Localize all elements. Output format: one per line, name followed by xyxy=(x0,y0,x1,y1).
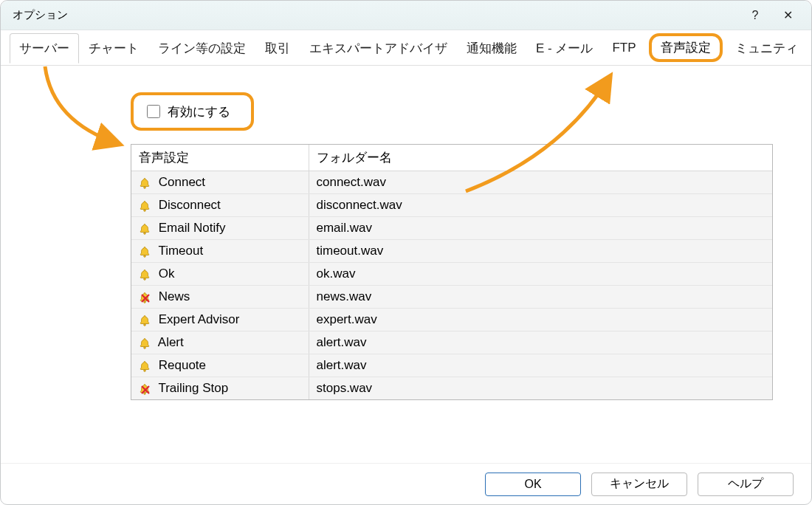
svg-point-2 xyxy=(144,232,146,234)
bell-icon xyxy=(139,360,151,372)
sound-event-name: Ok xyxy=(159,267,175,281)
table-row[interactable]: Trailing Stop stops.wav xyxy=(131,377,772,400)
close-icon: ✕ xyxy=(783,8,793,22)
bell-icon xyxy=(139,292,151,303)
tab-email[interactable]: E - メール xyxy=(526,33,602,63)
svg-point-3 xyxy=(144,255,146,257)
help-footer-button[interactable]: ヘルプ xyxy=(698,473,794,496)
tab-server[interactable]: サーバー xyxy=(10,33,79,63)
sound-event-name: Trailing Stop xyxy=(158,381,228,395)
ok-button[interactable]: OK xyxy=(485,473,581,496)
bell-icon xyxy=(139,315,151,326)
sound-file-name: connect.wav xyxy=(309,171,772,194)
col-header-folder[interactable]: フォルダー名 xyxy=(309,145,772,171)
sound-event-name: Email Notify xyxy=(159,221,226,235)
col-header-event[interactable]: 音声設定 xyxy=(131,145,309,171)
content-area: 有効にする 音声設定 フォルダー名 Connect connect.wav xyxy=(1,66,811,463)
enable-sounds-checkbox[interactable] xyxy=(147,105,160,118)
bell-icon xyxy=(139,337,151,349)
svg-point-5 xyxy=(144,300,146,303)
sound-file-name: expert.wav xyxy=(309,309,772,331)
sound-file-name: alert.wav xyxy=(309,354,772,377)
svg-point-4 xyxy=(144,278,146,280)
svg-point-6 xyxy=(144,323,146,326)
tab-lines[interactable]: ライン等の設定 xyxy=(148,33,255,63)
close-button[interactable]: ✕ xyxy=(771,4,804,27)
table-row[interactable]: Expert Advisor expert.wav xyxy=(131,309,772,331)
tab-ftp[interactable]: FTP xyxy=(602,34,645,61)
table-row[interactable]: Alert alert.wav xyxy=(131,331,772,354)
table-row[interactable]: News news.wav xyxy=(131,286,772,309)
bell-icon xyxy=(139,200,151,212)
sound-file-name: ok.wav xyxy=(309,263,772,286)
sound-file-name: email.wav xyxy=(309,217,772,240)
tab-notifications[interactable]: 通知機能 xyxy=(457,33,526,63)
table-row[interactable]: Disconnect disconnect.wav xyxy=(131,194,772,217)
tab-bar: サーバー チャート ライン等の設定 取引 エキスパートアドバイザ 通知機能 E … xyxy=(1,30,811,66)
svg-point-1 xyxy=(144,209,146,211)
sound-event-name: News xyxy=(159,289,190,303)
sound-file-name: news.wav xyxy=(309,286,772,309)
sound-event-name: Alert xyxy=(158,335,184,349)
sounds-table: 音声設定 フォルダー名 Connect connect.wav Disconne… xyxy=(131,144,773,400)
table-row[interactable]: Ok ok.wav xyxy=(131,263,772,286)
bell-icon xyxy=(139,246,151,258)
svg-point-8 xyxy=(144,369,146,371)
svg-point-0 xyxy=(144,186,146,188)
sound-event-name: Timeout xyxy=(158,244,203,258)
options-dialog: オプション ? ✕ サーバー チャート ライン等の設定 取引 エキスパートアドバ… xyxy=(0,0,812,505)
table-header-row: 音声設定 フォルダー名 xyxy=(131,145,772,171)
sound-file-name: disconnect.wav xyxy=(309,194,772,217)
svg-point-9 xyxy=(144,392,146,394)
tab-trade[interactable]: 取引 xyxy=(255,33,300,63)
help-icon: ? xyxy=(752,9,759,22)
table-row[interactable]: Requote alert.wav xyxy=(131,354,772,377)
enable-sounds-label: 有効にする xyxy=(168,103,230,120)
bell-icon xyxy=(139,177,151,189)
tab-community-clipped[interactable]: ミュニティ xyxy=(726,33,808,63)
sound-file-name: alert.wav xyxy=(309,331,772,354)
svg-point-7 xyxy=(144,346,146,348)
bell-icon xyxy=(139,383,151,395)
tab-sound-settings[interactable]: 音声設定 xyxy=(649,33,723,62)
window-title: オプション xyxy=(13,8,739,22)
sound-event-name: Disconnect xyxy=(159,198,221,212)
table-row[interactable]: Connect connect.wav xyxy=(131,171,772,194)
sound-file-name: timeout.wav xyxy=(309,240,772,263)
tab-expert-advisor[interactable]: エキスパートアドバイザ xyxy=(300,33,457,63)
table-row[interactable]: Timeout timeout.wav xyxy=(131,240,772,263)
sound-event-name: Requote xyxy=(159,358,206,372)
bell-icon xyxy=(139,269,151,281)
cancel-button[interactable]: キャンセル xyxy=(591,473,687,496)
enable-sounds-checkbox-group[interactable]: 有効にする xyxy=(131,92,254,131)
bell-icon xyxy=(139,223,151,235)
table-row[interactable]: Email Notify email.wav xyxy=(131,217,772,240)
sound-event-name: Connect xyxy=(159,175,205,189)
help-button[interactable]: ? xyxy=(739,4,771,27)
titlebar: オプション ? ✕ xyxy=(1,1,811,30)
sound-event-name: Expert Advisor xyxy=(159,312,240,326)
dialog-footer: OK キャンセル ヘルプ xyxy=(1,463,811,504)
sound-file-name: stops.wav xyxy=(309,377,772,400)
tab-chart[interactable]: チャート xyxy=(79,33,148,63)
